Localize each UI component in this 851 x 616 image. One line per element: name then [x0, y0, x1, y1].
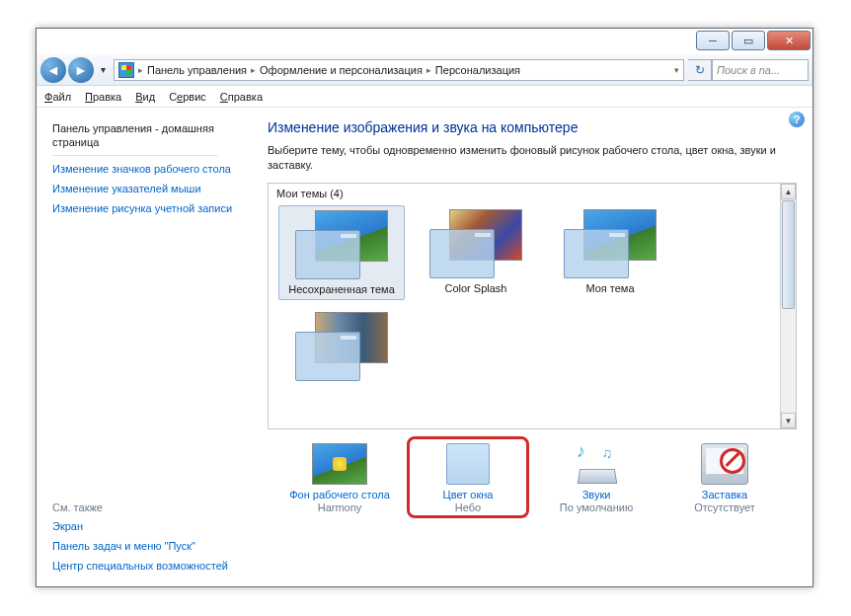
theme-unsaved[interactable]: Несохраненная тема	[278, 205, 405, 300]
wallpaper-icon	[312, 443, 367, 485]
page-subtitle: Выберите тему, чтобы одновременно измени…	[268, 143, 797, 173]
theme-name: Несохраненная тема	[281, 283, 402, 295]
window-color-button[interactable]: Цвет окна Небо	[407, 436, 529, 518]
setting-value: Небо	[410, 501, 526, 513]
page-title: Изменение изображения и звука на компьют…	[268, 119, 797, 135]
setting-label: Фон рабочего стола	[278, 489, 401, 500]
body: Панель управления - домашняя страница Из…	[37, 108, 812, 586]
theme-name: Моя тема	[549, 282, 671, 294]
setting-label: Звуки	[535, 489, 658, 500]
content-pane: ? Изменение изображения и звука на компь…	[242, 108, 812, 586]
back-button[interactable]: ◄	[40, 57, 66, 83]
setting-value: Harmony	[278, 501, 401, 513]
my-themes-label: Мои темы (4)	[269, 184, 796, 203]
theme-thumb-icon	[289, 312, 394, 381]
menu-bar: Файл Правка Вид Сервис Справка	[37, 86, 812, 108]
nav-history-chevron-icon[interactable]: ▾	[96, 64, 110, 75]
screensaver-button[interactable]: Заставка Отсутствует	[663, 443, 786, 518]
breadcrumb-personalization[interactable]: Персонализация	[431, 64, 524, 76]
menu-help[interactable]: Справка	[220, 91, 263, 103]
forward-button[interactable]: ►	[68, 57, 94, 83]
address-chevron-icon[interactable]: ▾	[674, 65, 679, 75]
search-input[interactable]: Поиск в па...	[712, 59, 809, 81]
explorer-window: ─ ▭ ✕ ◄ ► ▾ ▸ Панель управления ▸ Оформл…	[36, 28, 813, 587]
sidebar-mouse-pointers-link[interactable]: Изменение указателей мыши	[52, 182, 242, 195]
sidebar-desktop-icons-link[interactable]: Изменение значков рабочего стола	[52, 162, 242, 176]
screensaver-icon	[701, 443, 748, 485]
theme-my-theme[interactable]: Моя тема	[547, 205, 673, 300]
refresh-button[interactable]: ↻	[688, 59, 712, 81]
desktop-background-button[interactable]: Фон рабочего стола Harmony	[278, 443, 401, 518]
help-icon[interactable]: ?	[789, 112, 805, 127]
themes-panel: Мои темы (4) Несохраненная тема Color Sp…	[268, 183, 797, 429]
address-bar[interactable]: ▸ Панель управления ▸ Оформление и персо…	[114, 59, 684, 81]
theme-thumb-icon	[558, 209, 662, 278]
menu-tools[interactable]: Сервис	[169, 91, 206, 103]
sidebar-home-link[interactable]: Панель управления - домашняя страница	[52, 121, 242, 149]
control-panel-icon	[118, 62, 134, 78]
sounds-button[interactable]: ♪♫ Звуки По умолчанию	[535, 443, 658, 518]
menu-file[interactable]: Файл	[44, 91, 71, 103]
theme-thumb-icon	[424, 209, 528, 278]
setting-label: Цвет окна	[410, 489, 526, 500]
theme-item[interactable]	[278, 308, 405, 389]
scroll-down-icon[interactable]: ▼	[781, 413, 796, 428]
sidebar-account-picture-link[interactable]: Изменение рисунка учетной записи	[52, 201, 242, 215]
themes-list: Несохраненная тема Color Splash Моя тема	[269, 203, 796, 395]
theme-thumb-icon	[289, 210, 394, 279]
scroll-thumb[interactable]	[782, 200, 795, 309]
nav-bar: ◄ ► ▾ ▸ Панель управления ▸ Оформление и…	[37, 54, 812, 86]
setting-label: Заставка	[663, 489, 786, 500]
menu-view[interactable]: Вид	[135, 91, 155, 103]
scroll-up-icon[interactable]: ▲	[781, 184, 796, 199]
theme-name: Color Splash	[415, 282, 537, 294]
titlebar: ─ ▭ ✕	[696, 29, 812, 54]
close-button[interactable]: ✕	[767, 31, 811, 50]
sounds-icon: ♪♫	[573, 443, 620, 485]
breadcrumb-appearance[interactable]: Оформление и персонализация	[256, 64, 426, 76]
settings-row: Фон рабочего стола Harmony Цвет окна Неб…	[268, 429, 797, 518]
scrollbar[interactable]: ▲ ▼	[780, 184, 796, 428]
menu-edit[interactable]: Правка	[85, 91, 121, 103]
minimize-button[interactable]: ─	[696, 31, 730, 50]
setting-value: По умолчанию	[535, 501, 658, 513]
setting-value: Отсутствует	[663, 501, 786, 513]
maximize-button[interactable]: ▭	[732, 31, 765, 50]
window-color-icon	[446, 443, 490, 485]
sidebar: Панель управления - домашняя страница Из…	[37, 108, 242, 586]
theme-color-splash[interactable]: Color Splash	[413, 205, 539, 300]
breadcrumb-control-panel[interactable]: Панель управления	[143, 64, 251, 76]
